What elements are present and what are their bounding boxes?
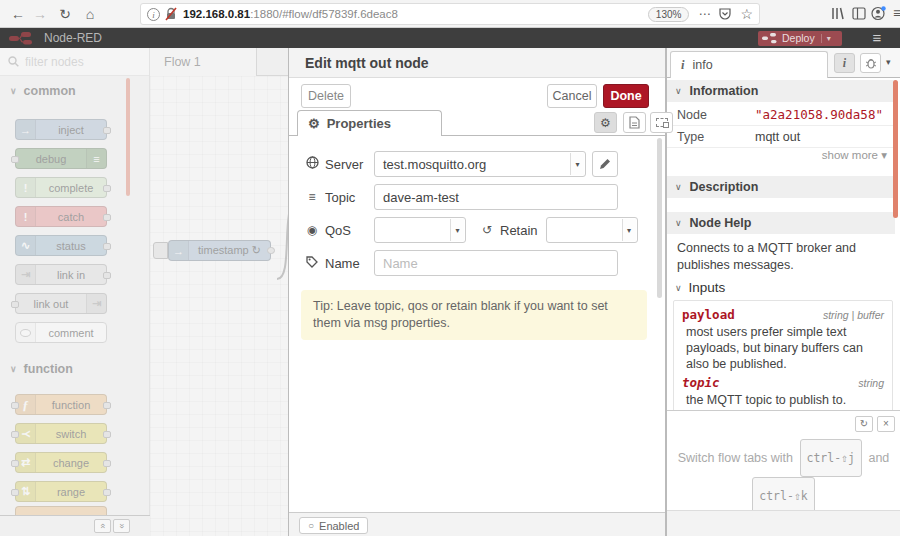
show-more-link[interactable]: show more ▾ bbox=[667, 148, 887, 162]
palette-node-debug[interactable]: debug ≡ bbox=[15, 148, 107, 169]
caret-icon: ▾ bbox=[881, 149, 887, 161]
pocket-icon[interactable] bbox=[719, 8, 731, 20]
input-port[interactable] bbox=[11, 402, 19, 409]
sidebar-caret-icon[interactable]: ▾ bbox=[886, 57, 891, 67]
close-tip-icon[interactable]: × bbox=[877, 416, 895, 432]
retain-select[interactable]: ▾ bbox=[546, 217, 638, 243]
input-port[interactable] bbox=[11, 431, 19, 438]
palette-node-status[interactable]: ∿ status bbox=[15, 235, 107, 256]
library-icon[interactable] bbox=[831, 7, 845, 20]
tab-flow-1[interactable]: Flow 1 bbox=[150, 48, 257, 76]
palette-filter-input[interactable] bbox=[25, 55, 125, 69]
done-button[interactable]: Done bbox=[603, 84, 649, 108]
output-port[interactable] bbox=[103, 127, 111, 134]
deploy-caret-icon[interactable]: ▾ bbox=[821, 34, 831, 43]
switch-icon: Y bbox=[16, 424, 36, 443]
delete-button[interactable]: Delete bbox=[301, 84, 351, 108]
palette-node-switch[interactable]: Y switch bbox=[15, 423, 107, 444]
output-port[interactable] bbox=[103, 402, 111, 409]
topic-input[interactable] bbox=[374, 184, 618, 210]
palette-search[interactable] bbox=[0, 48, 149, 76]
palette-node-range[interactable]: ⇅ range bbox=[15, 481, 107, 502]
reload-icon[interactable]: ↻ bbox=[55, 4, 75, 24]
dialog-scrollbar[interactable] bbox=[657, 138, 662, 298]
account-icon[interactable] bbox=[871, 6, 886, 21]
description-icon[interactable] bbox=[623, 112, 646, 133]
output-port[interactable] bbox=[103, 243, 111, 250]
palette-node-template[interactable] bbox=[15, 506, 107, 515]
qos-select[interactable]: ▾ bbox=[374, 217, 466, 243]
dialog-footer: ○ Enabled bbox=[289, 512, 665, 536]
prop-topic-desc: the MQTT topic to publish to. bbox=[686, 392, 884, 408]
palette-category-function[interactable]: ∨ function bbox=[0, 358, 149, 380]
input-port[interactable] bbox=[11, 460, 19, 467]
expand-all-icon[interactable]: » bbox=[113, 519, 130, 533]
sidebar-footer bbox=[667, 510, 900, 536]
section-description[interactable]: ∨ Description bbox=[667, 176, 895, 198]
output-port[interactable] bbox=[103, 431, 111, 438]
tab-info[interactable]: i info bbox=[670, 51, 828, 78]
range-icon: ⇅ bbox=[16, 482, 36, 501]
catch-icon: ! bbox=[16, 207, 36, 226]
section-information[interactable]: ∨ Information bbox=[667, 80, 895, 102]
output-port[interactable] bbox=[103, 489, 111, 496]
sidebar-tab-bar: i info i ▾ bbox=[667, 48, 900, 78]
cancel-button[interactable]: Cancel bbox=[547, 84, 597, 108]
output-port[interactable] bbox=[103, 460, 111, 467]
browser-menu-icon[interactable]: ≡ bbox=[893, 5, 900, 21]
debug-bug-icon[interactable] bbox=[860, 53, 881, 73]
tab-properties[interactable]: ⚙ Properties bbox=[297, 110, 442, 136]
timestamp-inject-node[interactable]: → timestamp ↻ bbox=[153, 240, 271, 261]
page-actions-icon[interactable]: ⋯ bbox=[698, 7, 710, 21]
server-label: Server bbox=[305, 156, 374, 172]
sidebar-scrollbar[interactable] bbox=[893, 80, 898, 218]
collapse-all-icon[interactable]: « bbox=[94, 519, 111, 533]
palette-node-link-out[interactable]: link out ⇥ bbox=[15, 293, 107, 314]
palette-node-function[interactable]: ƒ function bbox=[15, 394, 107, 415]
inject-trigger-button[interactable] bbox=[153, 242, 168, 259]
server-select[interactable]: test.mosquitto.org ▾ bbox=[374, 151, 586, 177]
palette-node-comment[interactable]: comment bbox=[15, 322, 107, 343]
forward-icon[interactable]: → bbox=[30, 4, 50, 24]
edit-server-button[interactable] bbox=[592, 151, 618, 177]
enabled-toggle-button[interactable]: ○ Enabled bbox=[299, 517, 368, 534]
section-node-help[interactable]: ∨ Node Help bbox=[667, 212, 895, 234]
qos-label: ◉ QoS bbox=[305, 223, 374, 238]
input-port[interactable] bbox=[11, 301, 19, 308]
node-help-summary: Connects to a MQTT broker and publishes … bbox=[677, 240, 889, 274]
output-port[interactable] bbox=[267, 247, 275, 254]
topic-label: ≡ Topic bbox=[305, 190, 374, 205]
dialog-tab-bar: ⚙ Properties ⚙ bbox=[289, 110, 665, 136]
tip-text: Switch flow tabs with ctrl-⇧j and ctrl-⇧… bbox=[667, 439, 900, 515]
kbd-ctrl-shift-j: ctrl-⇧j bbox=[800, 439, 862, 477]
deploy-button[interactable]: Deploy ▾ bbox=[758, 31, 842, 46]
input-port[interactable] bbox=[11, 156, 19, 163]
palette-scrollbar[interactable] bbox=[126, 78, 130, 196]
appearance-icon[interactable] bbox=[650, 112, 673, 133]
radio-circle-icon: ○ bbox=[308, 520, 314, 531]
sidebars-icon[interactable] bbox=[852, 7, 866, 20]
refresh-tip-icon[interactable]: ↻ bbox=[855, 416, 873, 432]
output-port[interactable] bbox=[103, 185, 111, 192]
home-icon[interactable]: ⌂ bbox=[80, 4, 100, 24]
info-tab-icon[interactable]: i bbox=[834, 53, 855, 73]
output-port[interactable] bbox=[103, 272, 111, 279]
input-port[interactable] bbox=[11, 489, 19, 496]
inputs-expander[interactable]: ∨ Inputs bbox=[675, 280, 725, 295]
output-port[interactable] bbox=[103, 214, 111, 221]
palette-node-link-in[interactable]: ⇥ link in bbox=[15, 264, 107, 285]
site-info-icon[interactable]: i bbox=[147, 8, 160, 21]
node-settings-icon[interactable]: ⚙ bbox=[594, 112, 617, 133]
main-menu-icon[interactable]: ≡ bbox=[864, 28, 890, 48]
chevron-down-icon: ∨ bbox=[675, 218, 682, 228]
back-icon[interactable]: ← bbox=[8, 4, 28, 24]
palette-node-complete[interactable]: ! complete bbox=[15, 177, 107, 198]
name-input[interactable] bbox=[374, 250, 618, 276]
address-bar[interactable]: i 192.168.0.81:1880/#flow/df57839f.6deac… bbox=[140, 3, 760, 25]
status-icon: ∿ bbox=[16, 236, 36, 255]
palette-node-inject[interactable]: → inject bbox=[15, 119, 107, 140]
palette-node-change[interactable]: ⇄ change bbox=[15, 452, 107, 473]
palette-node-catch[interactable]: ! catch bbox=[15, 206, 107, 227]
zoom-level-badge[interactable]: 130% bbox=[648, 7, 690, 22]
bookmark-star-icon[interactable]: ☆ bbox=[740, 6, 753, 22]
